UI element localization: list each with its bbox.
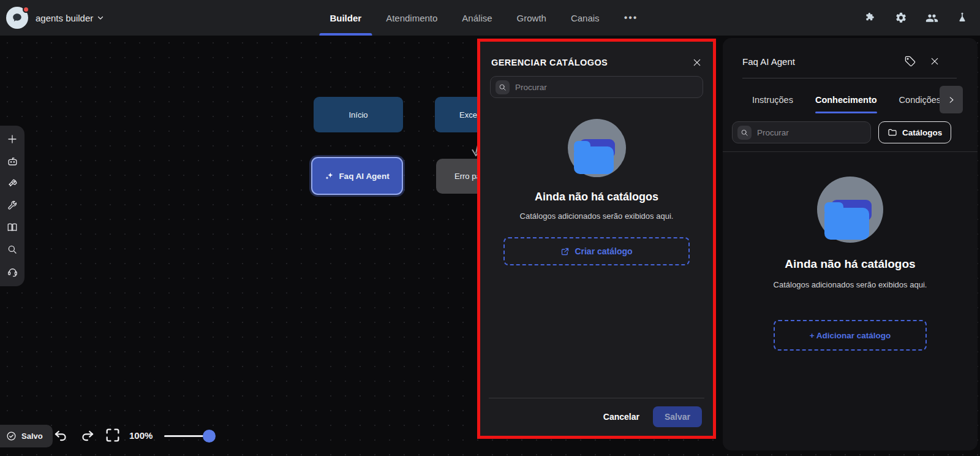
chevron-down-icon [97, 14, 104, 21]
modal-search-box[interactable] [490, 76, 703, 98]
save-status-label: Salvo [21, 431, 43, 441]
create-catalog-button[interactable]: Criar catálogo [503, 237, 690, 265]
sparkles-icon [325, 171, 334, 181]
tools-button[interactable] [5, 198, 20, 213]
fit-view-button[interactable] [104, 427, 121, 444]
search-icon [499, 83, 507, 91]
tab-analise[interactable]: Análise [462, 0, 492, 36]
modal-empty-title: Ainda não há catálogos [535, 191, 658, 203]
tabs-scroll-right-button[interactable] [940, 86, 963, 113]
tab-instrucoes[interactable]: Instruções [752, 86, 793, 114]
support-button[interactable] [5, 264, 20, 279]
save-button[interactable]: Salvar [653, 406, 702, 427]
launch-button[interactable] [5, 176, 20, 191]
more-tabs-button[interactable]: ••• [624, 0, 638, 36]
add-node-button[interactable] [5, 132, 20, 146]
external-link-icon [560, 247, 570, 256]
modal-empty-subtitle: Catálogos adicionados serão exibidos aqu… [520, 211, 674, 221]
add-catalog-button[interactable]: + Adicionar catálogo [774, 320, 927, 351]
search-icon [7, 244, 18, 255]
node-inicio[interactable]: Início [314, 97, 403, 132]
chevron-right-icon [947, 96, 956, 104]
empty-catalogs-illustration [817, 177, 883, 243]
main-nav-tabs: Builder Atendimento Análise Growth Canai… [330, 0, 638, 36]
create-catalog-label: Criar catálogo [575, 246, 632, 256]
folder-front-shape [574, 146, 614, 175]
tab-growth[interactable]: Growth [517, 0, 546, 36]
zoom-level: 100% [129, 430, 153, 441]
close-icon [692, 58, 702, 67]
folder-front-shape [824, 208, 869, 240]
integrations-puzzle-icon[interactable] [864, 12, 876, 24]
panel-empty-subtitle: Catálogos adicionados serão exibidos aqu… [774, 280, 927, 289]
modal-search-input[interactable] [515, 83, 698, 92]
cancel-button[interactable]: Cancelar [603, 412, 639, 422]
agents-button[interactable] [5, 154, 20, 169]
tab-builder[interactable]: Builder [330, 0, 361, 36]
tab-conhecimento[interactable]: Conhecimento [815, 86, 877, 114]
empty-catalogs-illustration [568, 119, 626, 177]
zoom-slider-thumb[interactable] [203, 430, 216, 443]
node-faq-label: Faq AI Agent [339, 172, 389, 181]
lab-flask-icon[interactable] [957, 12, 968, 24]
workspace-switcher[interactable]: agents builder [0, 7, 104, 29]
panel-empty-title: Ainda não há catálogos [785, 257, 915, 271]
manage-catalogs-modal: GERENCIAR CATÁLOGOS Ainda não há catálog… [477, 39, 716, 439]
search-icon-chip [496, 80, 510, 94]
add-catalog-label: + Adicionar catálogo [810, 331, 891, 340]
team-users-icon[interactable] [925, 12, 938, 25]
catalogs-button[interactable]: Catálogos [878, 121, 951, 143]
close-icon [930, 56, 940, 66]
app-logo [6, 7, 28, 29]
notification-dot [23, 6, 29, 13]
folder-icon [888, 127, 897, 137]
undo-button[interactable] [53, 428, 69, 444]
tab-atendimento[interactable]: Atendimento [386, 0, 437, 36]
panel-search-input[interactable] [757, 128, 865, 137]
nav-icon-group [864, 0, 968, 36]
robot-icon [7, 156, 18, 167]
settings-gear-icon[interactable] [895, 12, 907, 24]
panel-search-box[interactable] [732, 121, 871, 143]
workspace-name: agents builder [36, 13, 93, 23]
plus-icon [7, 134, 18, 145]
rocket-icon [7, 178, 18, 189]
search-icon-chip [737, 126, 752, 140]
check-circle-icon [6, 431, 17, 441]
divider [723, 151, 978, 152]
save-status-badge: Salvo [0, 425, 53, 447]
headset-icon [7, 266, 18, 278]
library-button[interactable] [5, 220, 20, 235]
panel-title: Faq AI Agent [742, 56, 795, 67]
node-excecao-label: Exce [459, 110, 477, 120]
modal-close-button[interactable] [692, 58, 702, 67]
search-canvas-button[interactable] [5, 242, 20, 257]
catalogs-button-label: Catálogos [902, 128, 942, 137]
node-faq-ai-agent[interactable]: Faq AI Agent [311, 157, 403, 195]
panel-close-button[interactable] [930, 56, 940, 66]
search-icon [741, 129, 748, 137]
modal-title: GERENCIAR CATÁLOGOS [491, 58, 608, 67]
book-icon [7, 222, 18, 233]
top-nav: agents builder Builder Atendimento Análi… [0, 0, 980, 36]
tag-button[interactable] [904, 55, 916, 67]
wrench-icon [7, 200, 18, 211]
node-inicio-label: Início [349, 110, 368, 120]
divider [742, 78, 957, 78]
zoom-slider[interactable] [164, 435, 209, 437]
tag-icon [904, 55, 916, 67]
agent-config-panel: Faq AI Agent Instruções Conhecimento Con… [723, 38, 978, 450]
canvas-tool-rail [0, 126, 24, 286]
chat-bubble-icon [12, 12, 23, 23]
tab-canais[interactable]: Canais [571, 0, 600, 36]
redo-button[interactable] [80, 428, 96, 444]
panel-tabs: Instruções Conhecimento Condições de [723, 86, 978, 114]
